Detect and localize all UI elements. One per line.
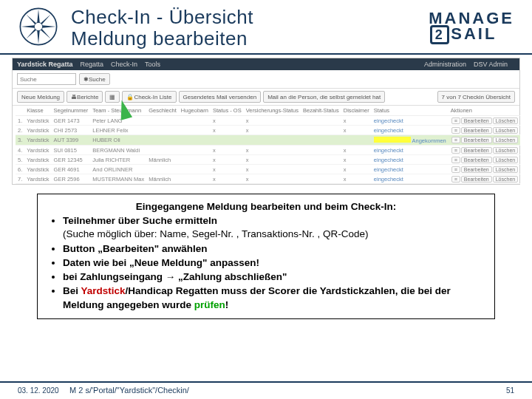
brand-label: Yardstick Regatta	[17, 61, 73, 68]
berichte-button[interactable]: 🖶 Berichte	[66, 91, 103, 103]
slide-title: Check-In - ÜbersichtMeldung bearbeiten	[62, 7, 403, 49]
mail-person-button[interactable]: Mail an die Person, die selbst gemeldet …	[263, 91, 385, 103]
bullet-5: Bei Yardstick/Handicap Regatten muss der…	[63, 284, 484, 311]
bearbeiten-button[interactable]: Bearbeiten	[461, 176, 492, 183]
bearbeiten-button[interactable]: Bearbeiten	[461, 117, 492, 124]
bullet-2: Button „Bearbeiten" anwählen	[63, 242, 484, 256]
nav-tools[interactable]: Tools	[145, 61, 160, 68]
loeschen-button[interactable]: Löschen	[493, 137, 518, 143]
table-row: 5.YardstickGER 12345Julia RICHTERMännlic…	[16, 155, 520, 165]
loeschen-button[interactable]: Löschen	[493, 117, 518, 124]
col-header: Disclaimer	[341, 106, 372, 116]
entries-table: KlasseSegelnummerTeam - SteuermannGeschl…	[13, 106, 519, 184]
bullet-1: Teilnehmer über Suche ermitteln(Suche mö…	[63, 214, 484, 241]
bearbeiten-button[interactable]: Bearbeiten	[461, 166, 492, 173]
col-header: Klasse	[24, 106, 51, 116]
table-row: 7.YardstickGER 2596MUSTERMANN MaxMännlic…	[16, 174, 520, 184]
col-header	[16, 106, 24, 116]
search-button[interactable]: ✱ Suche	[79, 73, 110, 85]
neue-meldung-button[interactable]: Neue Meldung	[17, 91, 64, 103]
col-header: Hugeobarn	[179, 106, 211, 116]
instruction-box: Eingegangene Meldung bearbeiten und beim…	[37, 194, 495, 319]
row-menu[interactable]: ≡	[451, 157, 460, 163]
col-header: Bezahlt-Status	[301, 106, 341, 116]
col-header: Status - OS	[211, 106, 244, 116]
row-menu[interactable]: ≡	[451, 127, 460, 134]
col-header: Status	[372, 106, 449, 116]
bullet-3: Daten wie bei „Neue Meldung" anpassen!	[63, 256, 484, 270]
col-header: Aktionen	[449, 106, 520, 116]
row-menu[interactable]: ≡	[451, 137, 460, 143]
footer-path: M 2 s/'Portal/"Yardstick"/Checkin/	[69, 386, 506, 395]
bearbeiten-button[interactable]: Bearbeiten	[461, 127, 492, 134]
nav-regatta[interactable]: Regatta	[81, 61, 104, 68]
slide-footer: 03. 12. 2020 M 2 s/'Portal/"Yardstick"/C…	[0, 381, 532, 395]
action-toolbar: Neue Meldung 🖶 Berichte ▦ 🔒 Check-In Lis…	[13, 89, 519, 106]
checkin-liste-button[interactable]: 🔒 Check-In Liste	[122, 91, 176, 103]
row-menu[interactable]: ≡	[451, 166, 460, 173]
nav-user[interactable]: DSV Admin	[474, 61, 508, 68]
svg-point-5	[34, 22, 42, 30]
title-line2: Meldung bearbeiten	[71, 27, 248, 50]
row-menu[interactable]: ≡	[451, 176, 460, 183]
loeschen-button[interactable]: Löschen	[493, 147, 518, 154]
nav-administration[interactable]: Administration	[424, 61, 466, 68]
dsv-logo	[18, 6, 62, 50]
table-row: 6.YardstickGER 4691And ORLINNERxxxeingec…	[16, 165, 520, 174]
footer-page: 51	[506, 386, 514, 395]
loeschen-button[interactable]: Löschen	[493, 127, 518, 134]
row-menu[interactable]: ≡	[451, 147, 460, 154]
title-line1: Check-In - Übersicht	[71, 6, 253, 28]
loeschen-button[interactable]: Löschen	[493, 157, 518, 163]
search-toolbar: ✱ Suche	[13, 70, 519, 89]
row-menu[interactable]: ≡	[451, 117, 460, 124]
manage2sail-logo: MANAGE2SAIL	[403, 10, 514, 47]
mail-versenden-button[interactable]: Gesendetes Mail versenden	[179, 91, 262, 103]
loeschen-button[interactable]: Löschen	[493, 166, 518, 173]
table-row: 4.YardstickSUI 0815BERGMANN Waldixxxeing…	[16, 146, 520, 155]
bearbeiten-button[interactable]: Bearbeiten	[461, 137, 492, 143]
slide-header: Check-In - ÜbersichtMeldung bearbeiten M…	[0, 0, 532, 55]
table-row: 2.YardstickCHI 2573LEHNER Felixxxxeingec…	[16, 126, 520, 135]
col-header: Versicherungs-Status	[244, 106, 301, 116]
col-header: Geschlecht	[146, 106, 179, 116]
footer-date: 03. 12. 2020	[18, 386, 69, 395]
bearbeiten-button[interactable]: Bearbeiten	[461, 147, 492, 154]
col-header: Segelnummer	[52, 106, 91, 116]
table-row: 3.YardstickAUT 3399HUBER Oli Angekommen≡…	[16, 135, 520, 146]
infobox-header: Eingegangene Meldung bearbeiten und beim…	[48, 200, 484, 214]
app-screenshot: Yardstick Regatta Regatta Check-In Tools…	[12, 58, 520, 185]
app-topbar: Yardstick Regatta Regatta Check-In Tools…	[13, 58, 519, 70]
bullet-4: bei Zahlungseingang → „Zahlung abschließ…	[63, 270, 484, 284]
count-badge: 7 von 7 Checkin Übersicht	[437, 91, 515, 103]
bearbeiten-button[interactable]: Bearbeiten	[461, 157, 492, 163]
table-row: 1.YardstickGER 1473Peter LANGxxxeingeche…	[16, 116, 520, 126]
loeschen-button[interactable]: Löschen	[493, 176, 518, 183]
search-input[interactable]	[17, 73, 76, 85]
nav-checkin[interactable]: Check-In	[111, 61, 137, 68]
